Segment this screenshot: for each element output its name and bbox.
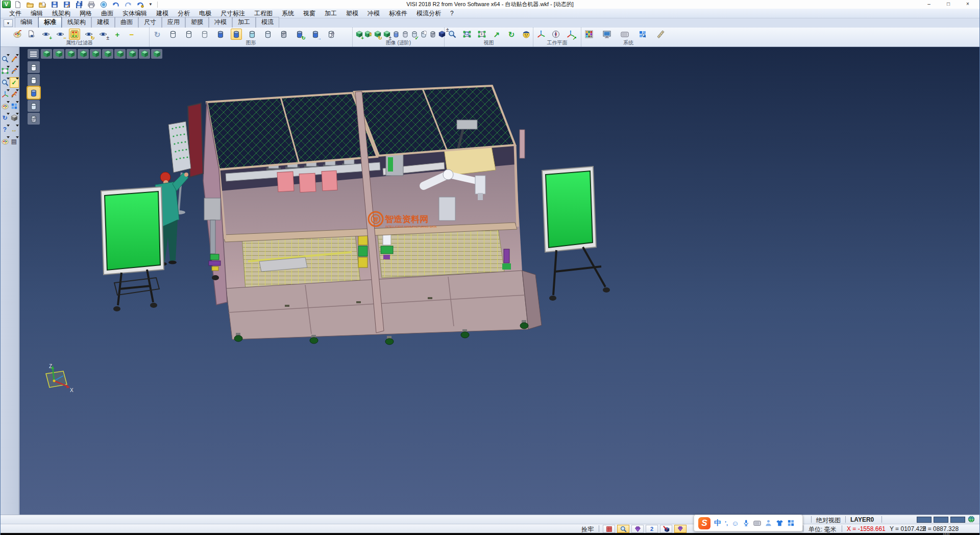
ucs-axes-icon[interactable] xyxy=(1,89,9,99)
layer-move-icon[interactable]: → xyxy=(310,29,321,40)
view-top-button[interactable] xyxy=(41,49,52,59)
cylinder-wireframe-button[interactable] xyxy=(28,61,40,73)
regen-graphics-icon[interactable]: ↻ xyxy=(152,29,163,40)
sogou-logo-icon[interactable]: S xyxy=(698,517,710,529)
add-filter-icon[interactable]: + xyxy=(112,29,123,40)
solid-cylinder-striped-icon[interactable] xyxy=(401,29,409,40)
pan-zoom-icon[interactable] xyxy=(1,54,9,64)
layer-cylinder-dashed-icon[interactable] xyxy=(199,29,210,40)
snap-disable-icon[interactable] xyxy=(660,525,672,533)
help-question-icon[interactable]: ? xyxy=(1,125,9,134)
view-bottom-button[interactable] xyxy=(53,49,64,59)
keyboard-icon[interactable] xyxy=(753,519,761,527)
cylinder-transparent-button[interactable] xyxy=(28,100,40,112)
print-preview-icon[interactable] xyxy=(98,1,109,8)
tab-wireframe[interactable]: 线架构 xyxy=(62,17,91,28)
grid-window-icon[interactable] xyxy=(10,101,18,111)
minimize-button[interactable]: – xyxy=(919,0,939,8)
cylinder-shaded-active-button[interactable] xyxy=(28,87,40,99)
machine-assembly-model[interactable] xyxy=(203,86,542,345)
undo-icon[interactable] xyxy=(110,1,121,8)
visi-logo-icon[interactable]: V xyxy=(2,1,11,8)
solids-refresh-icon[interactable]: ↻ xyxy=(373,29,382,40)
tab-machining[interactable]: 加工 xyxy=(232,17,256,28)
confirm-check-icon[interactable]: ✓ xyxy=(10,78,18,87)
system-keyboard-icon[interactable] xyxy=(619,29,630,40)
view-front-button[interactable] xyxy=(65,49,77,59)
quick-access-more-icon[interactable]: ▼ xyxy=(147,2,154,7)
view-right-button[interactable] xyxy=(102,49,113,59)
taskbar-edge-strip[interactable]: 1111 xyxy=(1,533,979,535)
tab-flow[interactable]: 模流 xyxy=(256,17,279,28)
menu-machining[interactable]: 加工 xyxy=(320,9,341,18)
layer-cylinder-empty-icon[interactable] xyxy=(167,29,179,40)
open-file-icon[interactable] xyxy=(24,1,35,8)
close-button[interactable]: × xyxy=(958,0,977,8)
view-back-button[interactable] xyxy=(78,49,89,59)
viewport-3d-scene[interactable]: 智 智造资料网 INTELLIGENT MANUFACTURING DATA Z… xyxy=(19,47,979,515)
tab-edit[interactable]: 编辑 xyxy=(15,17,38,28)
show-toggle-icon[interactable]: ± xyxy=(97,29,109,40)
punctuation-icon[interactable]: ’, xyxy=(725,520,728,526)
curve-pencil-icon[interactable] xyxy=(10,89,18,99)
view-undo-icon[interactable] xyxy=(135,1,145,8)
print-icon[interactable] xyxy=(86,1,96,8)
tab-mould[interactable]: 塑膜 xyxy=(185,17,209,28)
snap-entity-active-icon[interactable] xyxy=(617,525,629,533)
solids-toggle-icon[interactable]: ± xyxy=(382,29,391,40)
menu-flow-analysis[interactable]: 模流分析 xyxy=(412,9,446,18)
snap-2d-icon[interactable]: 2 xyxy=(646,525,658,533)
snap-grid-red-icon[interactable] xyxy=(603,525,615,533)
workplane-axes-icon[interactable] xyxy=(535,29,547,40)
layer-cylinder-pale-icon[interactable] xyxy=(262,29,274,40)
layout-grid-icon[interactable] xyxy=(787,519,795,527)
world-icon[interactable] xyxy=(968,516,975,524)
system-ruler-icon[interactable] xyxy=(655,29,666,40)
show-by-attribute-icon[interactable] xyxy=(26,29,37,40)
refresh-visibility-icon[interactable]: ↻ xyxy=(83,29,94,40)
menu-standard-parts[interactable]: 标准件 xyxy=(384,9,412,18)
attribute-brush-icon[interactable] xyxy=(12,29,23,40)
solid-cylinder-note-icon[interactable] xyxy=(419,29,428,40)
remove-filter-icon[interactable]: − xyxy=(126,29,137,40)
save-all-icon[interactable] xyxy=(74,1,84,8)
tab-application[interactable]: 应用 xyxy=(162,17,185,28)
system-grid-icon[interactable] xyxy=(637,29,648,40)
zoom-1-1-icon[interactable]: 1:1 xyxy=(476,29,487,40)
workplane-compass-icon[interactable] xyxy=(550,29,561,40)
emoji-face-icon[interactable]: ☺ xyxy=(731,519,739,527)
skin-shirt-icon[interactable] xyxy=(776,519,783,527)
solid-cylinder-check-icon[interactable]: ✓ xyxy=(410,29,419,40)
layer-cylinder-hatched-icon[interactable] xyxy=(278,29,289,40)
refresh-view-icon[interactable]: ↻ xyxy=(1,113,9,123)
show-remove-icon[interactable]: − xyxy=(55,29,66,40)
layer-color-swatch-3[interactable] xyxy=(950,517,965,523)
layer-refresh-icon[interactable]: ↻ xyxy=(294,29,305,40)
tab-dimension[interactable]: 尺寸 xyxy=(138,17,162,28)
menu-system[interactable]: 系统 xyxy=(277,9,299,18)
menu-help[interactable]: ? xyxy=(446,9,458,17)
person-tools-icon[interactable] xyxy=(765,519,772,527)
layer-cylinder-outline-icon[interactable] xyxy=(183,29,194,40)
microphone-icon[interactable] xyxy=(742,519,750,527)
layer-color-swatch-1[interactable] xyxy=(917,517,932,523)
menu-mould[interactable]: 塑模 xyxy=(341,9,363,18)
redo-icon[interactable] xyxy=(122,1,133,8)
view-iso-sw-button[interactable] xyxy=(151,49,162,59)
snap-cube-active-icon[interactable] xyxy=(674,525,687,533)
filter-traffic-light-icon[interactable] xyxy=(69,29,80,40)
palette-secondary-icon[interactable] xyxy=(1,136,9,146)
shaded-cube-icon[interactable] xyxy=(10,113,18,123)
system-colors-icon[interactable] xyxy=(583,29,595,40)
layer-cylinder-cyan-icon[interactable] xyxy=(247,29,258,40)
cylinder-outline-button[interactable] xyxy=(28,74,40,86)
layer-palette-icon[interactable] xyxy=(1,101,9,111)
layer-tools-icon[interactable] xyxy=(326,29,337,40)
save-as-icon[interactable] xyxy=(61,1,72,8)
tab-standard[interactable]: 标准 xyxy=(38,17,62,28)
zoom-arrow-icon[interactable]: ↗ xyxy=(491,29,502,40)
snap-gem-icon[interactable] xyxy=(631,525,644,533)
solid-cylinder-hatched-icon[interactable] xyxy=(428,29,437,40)
tab-die[interactable]: 冲模 xyxy=(209,17,232,28)
maximize-button[interactable]: □ xyxy=(939,0,958,8)
